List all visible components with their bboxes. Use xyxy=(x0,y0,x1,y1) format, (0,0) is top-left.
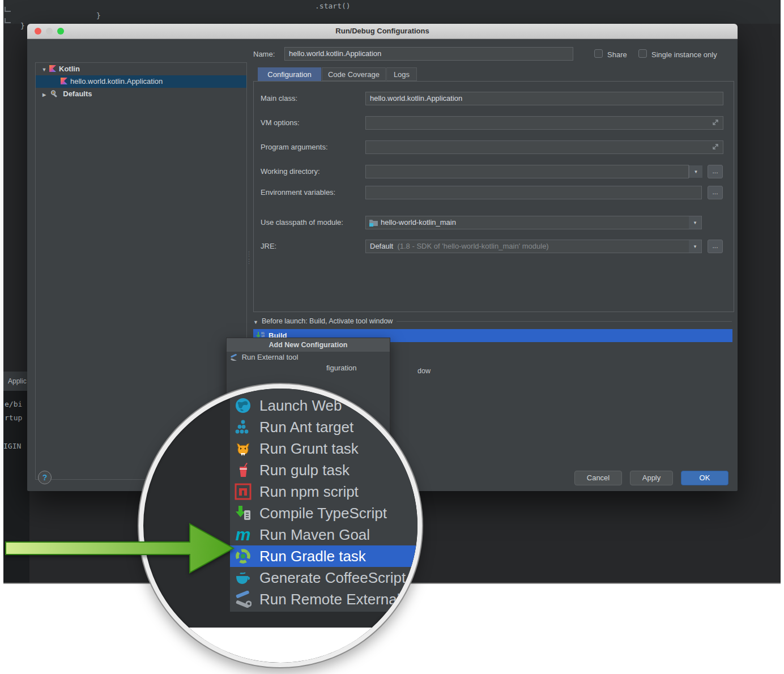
expand-field-icon[interactable] xyxy=(712,142,719,152)
console-line: IGIN xyxy=(3,442,21,450)
menu-item-run-gradle-task[interactable]: Run Gradle task xyxy=(230,545,422,567)
before-launch-header: Before launch: Build, Activate tool wind… xyxy=(262,317,393,325)
npm-icon xyxy=(235,483,252,500)
menu-item-run-grunt-task[interactable]: Run Grunt task xyxy=(230,438,422,459)
environment-variables-label: Environment variables: xyxy=(261,188,335,197)
classpath-dropdown-arrow[interactable]: ▾ xyxy=(689,216,701,229)
code-fold-mark xyxy=(5,18,11,23)
tree-node-kotlin[interactable]: ▼Kotlin xyxy=(36,63,246,75)
console-line: e/bi xyxy=(5,400,22,408)
code-line: } xyxy=(20,22,25,30)
main-class-label: Main class: xyxy=(261,94,297,103)
kotlin-icon xyxy=(49,65,56,72)
menu-item-run-npm-script[interactable]: Run npm script xyxy=(230,481,422,502)
environment-variables-input[interactable] xyxy=(365,186,702,199)
caret-down-icon[interactable]: ▼ xyxy=(40,63,48,76)
tree-node-application-selected[interactable]: hello.world.kotlin.Application xyxy=(36,75,246,88)
gulp-icon xyxy=(235,462,252,479)
code-line: .start() xyxy=(315,2,351,10)
share-checkbox[interactable] xyxy=(594,49,603,58)
expand-field-icon[interactable] xyxy=(712,118,719,128)
tab-configuration[interactable]: Configuration xyxy=(258,67,321,81)
cancel-button[interactable]: Cancel xyxy=(574,471,622,485)
apply-button[interactable]: Apply xyxy=(630,471,673,485)
single-instance-checkbox[interactable] xyxy=(638,49,647,58)
popup-title: Add New Configuration xyxy=(227,338,390,352)
popup-item-partial[interactable]: figuration xyxy=(227,362,390,373)
working-directory-label: Working directory: xyxy=(261,167,320,176)
minimize-traffic-light[interactable] xyxy=(46,28,53,35)
jre-label: JRE: xyxy=(261,242,276,250)
divider xyxy=(397,321,732,322)
web-globe-icon xyxy=(235,397,252,414)
jre-dropdown-arrow[interactable]: ▾ xyxy=(689,240,701,253)
working-directory-input[interactable] xyxy=(365,165,689,178)
program-arguments-label: Program arguments: xyxy=(261,143,328,151)
menu-item-run-gulp-task[interactable]: Run gulp task xyxy=(230,459,422,481)
activate-tool-window-label-partial: dow xyxy=(417,367,431,375)
code-line: } xyxy=(96,11,101,20)
caret-right-icon[interactable]: ▶ xyxy=(40,89,48,101)
tree-node-defaults[interactable]: ▶ Defaults xyxy=(36,88,246,100)
module-icon xyxy=(369,218,378,227)
working-directory-browse-button[interactable]: ... xyxy=(708,165,723,178)
ant-icon xyxy=(235,419,252,436)
vm-options-label: VM options: xyxy=(261,118,300,127)
ok-button[interactable]: OK xyxy=(681,471,728,485)
console-line: rtup xyxy=(5,413,22,422)
menu-item-run-remote-external[interactable]: Run Remote External xyxy=(230,588,422,610)
menu-item-run-maven-goal[interactable]: m Run Maven Goal xyxy=(230,524,422,545)
tab-logs[interactable]: Logs xyxy=(386,67,417,81)
code-editor-strip: .start() } } xyxy=(3,0,781,24)
help-button[interactable]: ? xyxy=(38,471,52,484)
green-pointer-arrow xyxy=(0,518,244,581)
grunt-icon xyxy=(235,440,252,457)
maximize-traffic-light[interactable] xyxy=(57,28,64,35)
single-instance-label: Single instance only xyxy=(651,50,717,59)
splitter-handle[interactable]: ⋮⋮ xyxy=(246,250,253,265)
lens-page-bottom xyxy=(143,628,417,667)
vm-options-input[interactable] xyxy=(365,116,723,130)
environment-variables-browse-button[interactable]: ... xyxy=(708,186,723,199)
dialog-title: Run/Debug Configurations xyxy=(335,27,429,35)
classpath-label: Use classpath of module: xyxy=(261,218,343,227)
program-arguments-input[interactable] xyxy=(365,140,723,154)
name-input[interactable]: hello.world.kotlin.Application xyxy=(284,47,573,61)
jre-browse-button[interactable]: ... xyxy=(708,240,723,253)
remote-external-tool-icon xyxy=(235,591,252,608)
wrench-icon xyxy=(50,90,59,97)
jre-combo[interactable]: Default (1.8 - SDK of 'hello-world-kotli… xyxy=(365,240,702,253)
classpath-combo[interactable]: hello-world-kotlin_main xyxy=(365,216,702,229)
menu-item-generate-coffeescript[interactable]: Generate CoffeeScript xyxy=(230,567,422,588)
dialog-titlebar: Run/Debug Configurations xyxy=(27,24,738,39)
popup-item-run-external-tool[interactable]: Run External tool xyxy=(227,352,390,362)
share-label: Share xyxy=(607,50,627,59)
external-tool-icon xyxy=(230,354,237,361)
working-directory-dropdown-arrow[interactable]: ▾ xyxy=(689,165,702,178)
main-class-input[interactable]: hello.world.kotlin.Application xyxy=(365,92,723,105)
close-traffic-light[interactable] xyxy=(35,28,41,35)
before-launch-caret-icon[interactable]: ▼ xyxy=(253,319,258,325)
kotlin-icon xyxy=(61,78,67,84)
name-label: Name: xyxy=(253,50,275,58)
code-fold-mark xyxy=(5,7,11,12)
menu-item-compile-typescript[interactable]: Compile TypeScript xyxy=(230,502,422,524)
tab-code-coverage[interactable]: Code Coverage xyxy=(322,67,386,81)
